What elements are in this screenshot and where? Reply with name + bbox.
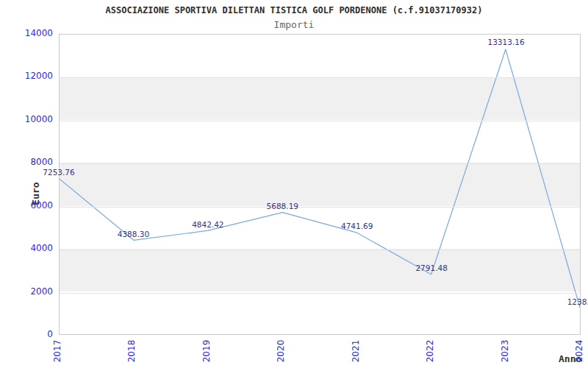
x-tick-label: 2018 — [126, 340, 137, 363]
y-tick-label: 6000 — [0, 200, 53, 210]
data-label: 5688.19 — [267, 202, 298, 210]
chart-subtitle: Importi — [0, 19, 588, 30]
x-tick-label: 2020 — [276, 340, 286, 363]
y-tick-label: 14000 — [0, 28, 53, 38]
y-tick-label: 2000 — [0, 286, 53, 297]
y-tick-label: 0 — [0, 329, 53, 339]
line-chart: ASSOCIAZIONE SPORTIVA DILETTAN TISTICA G… — [0, 0, 588, 368]
data-label: 4842.42 — [192, 220, 223, 229]
data-label: 4388.30 — [118, 230, 149, 238]
x-tick-label: 2022 — [425, 340, 435, 363]
gridline — [60, 250, 580, 250]
data-label: 7253.76 — [43, 168, 74, 177]
y-tick-label: 10000 — [0, 114, 53, 124]
x-tick-label: 2024 — [574, 340, 584, 363]
gridline — [60, 207, 580, 208]
plot-area — [59, 34, 581, 335]
y-tick-label: 4000 — [0, 243, 53, 253]
data-label: 13313.16 — [488, 38, 525, 46]
x-tick-label: 2023 — [500, 340, 510, 363]
gridline — [60, 293, 580, 294]
data-label: 2791.48 — [415, 263, 447, 272]
y-tick-label: 12000 — [0, 71, 53, 81]
data-label: 4741.69 — [341, 222, 373, 230]
x-tick-label: 2021 — [351, 340, 361, 363]
x-tick-label: 2019 — [201, 340, 212, 363]
line-series — [60, 35, 580, 334]
gridline — [60, 121, 580, 121]
gridline — [60, 77, 580, 78]
gridline — [60, 163, 580, 164]
y-tick-label: 8000 — [0, 157, 53, 167]
chart-title: ASSOCIAZIONE SPORTIVA DILETTAN TISTICA G… — [0, 5, 588, 15]
x-tick-label: 2017 — [52, 340, 62, 363]
data-label: 1238.3 — [567, 297, 588, 306]
